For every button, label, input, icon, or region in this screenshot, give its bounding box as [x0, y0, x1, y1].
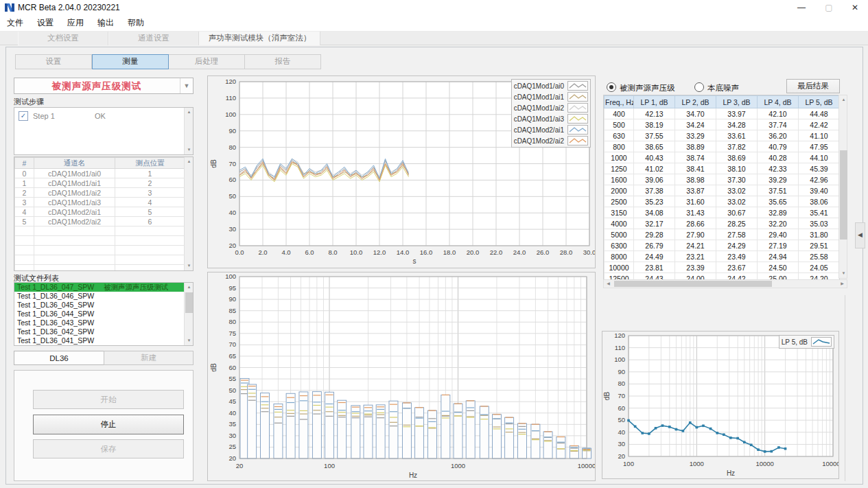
table-row[interactable]: 4cDAQ1Mod2/ai15 — [15, 207, 185, 217]
svg-text:100: 100 — [324, 462, 335, 469]
list-item[interactable]: Test 1_DL36_041_SPW — [14, 336, 185, 345]
radio-background-noise[interactable]: 本底噪声 — [694, 81, 739, 93]
cell — [15, 255, 34, 265]
main-tab-3[interactable]: 声功率测试模块（消声室法） — [199, 32, 320, 45]
scroll-right-icon[interactable]: ▶ — [838, 280, 847, 288]
table-row[interactable]: 800024.4923.2123.4924.9425.58 — [605, 251, 840, 262]
main-tab-2[interactable]: 通道设置 — [108, 32, 199, 45]
radio-measured-source[interactable]: 被测声源声压级 — [607, 81, 675, 93]
save-button[interactable]: 保存 — [33, 439, 184, 458]
cell: 5 — [15, 217, 34, 226]
menu-item-4[interactable]: 输出 — [91, 15, 121, 31]
list-item[interactable]: Test 1_DL36_043_SPW — [14, 318, 185, 327]
svg-text:100: 100 — [614, 356, 625, 363]
sub-tab-4[interactable]: 报告 — [245, 54, 321, 69]
cell: 400 — [605, 108, 634, 119]
list-item[interactable]: Test 1_DL36_047_SPW被测声源声压级测试 — [14, 283, 185, 292]
table-row[interactable]: 0cDAQ1Mod1/ai01 — [15, 169, 185, 178]
collapse-panel-button[interactable]: ◀ — [855, 222, 865, 248]
table-row[interactable]: 50038.1934.2434.2837.7442.42 — [605, 119, 840, 130]
legend-row: cDAQ1Mod2/ai1 — [514, 124, 588, 135]
cell: 2 — [15, 188, 34, 198]
minimize-button[interactable]: — — [790, 0, 813, 15]
cell: 42.42 — [799, 119, 840, 130]
table-row[interactable]: 40042.1334.7033.9742.1044.48 — [605, 108, 840, 119]
cell: 6 — [115, 217, 185, 226]
steps-scrollbar[interactable]: ▲ ▼ — [184, 108, 193, 154]
scroll-left-icon[interactable]: ◀ — [604, 280, 613, 288]
dl36-button[interactable]: DL36 — [14, 351, 104, 365]
lp5-legend: LP 5, dB — [779, 335, 834, 349]
scroll-down-icon[interactable]: ▼ — [185, 262, 193, 270]
sub-tab-strip: 设置测量后处理报告 — [15, 54, 321, 69]
scroll-up-icon[interactable]: ▲ — [185, 157, 193, 166]
new-button[interactable]: 新建 — [104, 351, 193, 365]
legend-line-sample-icon — [567, 103, 588, 113]
menu-item-3[interactable]: 应用 — [60, 15, 91, 31]
list-item[interactable]: Test 1_DL36_046_SPW — [14, 292, 185, 301]
scroll-thumb[interactable] — [614, 281, 772, 287]
close-button[interactable]: ✕ — [843, 0, 867, 15]
table-row[interactable]: 500029.2827.9027.5829.4031.80 — [605, 229, 840, 240]
table-row[interactable]: 100040.4338.7438.6940.2844.10 — [605, 152, 840, 163]
scroll-up-icon[interactable]: ▲ — [839, 95, 848, 104]
level-table-vscrollbar[interactable]: ▲ ▼ — [838, 95, 847, 279]
cell: 45.39 — [799, 163, 840, 174]
start-button[interactable]: 开始 — [33, 390, 184, 409]
table-row[interactable]: 3cDAQ1Mod1/ai34 — [15, 198, 185, 207]
radio-selected-icon[interactable] — [607, 82, 616, 92]
table-row[interactable]: 1000023.8123.3923.6724.5024.05 — [605, 262, 840, 273]
menu-item-2[interactable]: 设置 — [30, 15, 60, 31]
table-row[interactable]: 63037.5533.2933.6136.2041.10 — [605, 130, 840, 141]
scroll-down-icon[interactable]: ▼ — [185, 336, 193, 345]
sub-tab-2[interactable]: 测量 — [92, 54, 169, 69]
svg-text:65: 65 — [228, 352, 236, 360]
svg-text:50: 50 — [618, 416, 625, 423]
table-row[interactable]: 125041.0238.4138.1042.3345.39 — [605, 163, 840, 174]
maximize-button[interactable]: ▢ — [817, 0, 841, 15]
svg-text:110: 110 — [226, 94, 236, 102]
chevron-down-icon[interactable]: ▼ — [180, 78, 193, 93]
cell: 39.40 — [799, 185, 840, 196]
radio-unselected-icon[interactable] — [694, 82, 704, 92]
menu-item-5[interactable]: 帮助 — [121, 15, 151, 31]
list-item[interactable]: Test 1_DL36_042_SPW — [14, 327, 185, 336]
steps-listbox[interactable]: ✓ Step 1 OK ▲ ▼ — [14, 107, 193, 155]
scroll-down-icon[interactable]: ▼ — [185, 146, 193, 154]
main-tab-1[interactable]: 文档设置 — [18, 32, 108, 45]
table-row[interactable]: 1cDAQ1Mod1/ai12 — [15, 178, 185, 188]
file-list-scrollbar[interactable]: ▲ ▼ — [184, 283, 193, 345]
scroll-up-icon[interactable]: ▲ — [185, 108, 193, 117]
list-item[interactable]: Test 1_DL36_045_SPW — [14, 301, 185, 310]
table-row[interactable]: 400032.1728.6628.2532.2035.03 — [605, 218, 840, 229]
level-table-hscrollbar[interactable]: ◀ ▶ — [603, 279, 847, 288]
cell: 2500 — [605, 196, 634, 207]
table-row[interactable]: 80038.6538.8937.8240.7947.95 — [605, 141, 840, 152]
table-row[interactable]: 160039.0638.9837.3039.2942.96 — [605, 174, 840, 185]
sub-tab-3[interactable]: 后处理 — [169, 54, 245, 69]
table-row[interactable]: 5cDAQ1Mod2/ai26 — [15, 217, 185, 226]
lp5-legend-label: LP 5, dB — [782, 338, 808, 346]
file-name: Test 1_DL36_042_SPW — [17, 327, 94, 336]
table-row[interactable]: 315034.0831.4330.6732.8935.41 — [605, 207, 840, 218]
scroll-up-icon[interactable]: ▲ — [185, 283, 193, 292]
menu-item-1[interactable]: 文件 — [0, 15, 30, 31]
svg-text:20: 20 — [236, 462, 244, 469]
final-result-button[interactable]: 最后结果 — [786, 79, 840, 93]
table-row[interactable]: 630026.7924.2124.2927.1929.51 — [605, 240, 840, 251]
list-item[interactable]: Test 1_DL36_044_SPW — [14, 310, 185, 318]
svg-text:80: 80 — [228, 318, 236, 325]
test-type-combobox[interactable]: 被测声源声压级测试 ▼ — [14, 78, 193, 94]
channel-table-scrollbar[interactable]: ▲ ▼ — [184, 157, 193, 270]
scroll-down-icon[interactable]: ▼ — [839, 269, 848, 278]
cell: 37.74 — [758, 119, 799, 130]
scroll-thumb[interactable] — [840, 150, 847, 240]
table-row[interactable]: 250035.2331.6033.0235.6538.06 — [605, 196, 840, 207]
sub-tab-1[interactable]: 设置 — [15, 54, 92, 69]
stop-button[interactable]: 停止 — [33, 415, 184, 434]
step-row[interactable]: ✓ Step 1 OK — [19, 111, 106, 121]
scroll-thumb[interactable] — [185, 292, 193, 313]
table-row[interactable]: 200037.3833.8733.0237.5139.40 — [605, 185, 840, 196]
step-checkbox[interactable]: ✓ — [19, 111, 28, 121]
table-row[interactable]: 2cDAQ1Mod1/ai23 — [15, 188, 185, 198]
